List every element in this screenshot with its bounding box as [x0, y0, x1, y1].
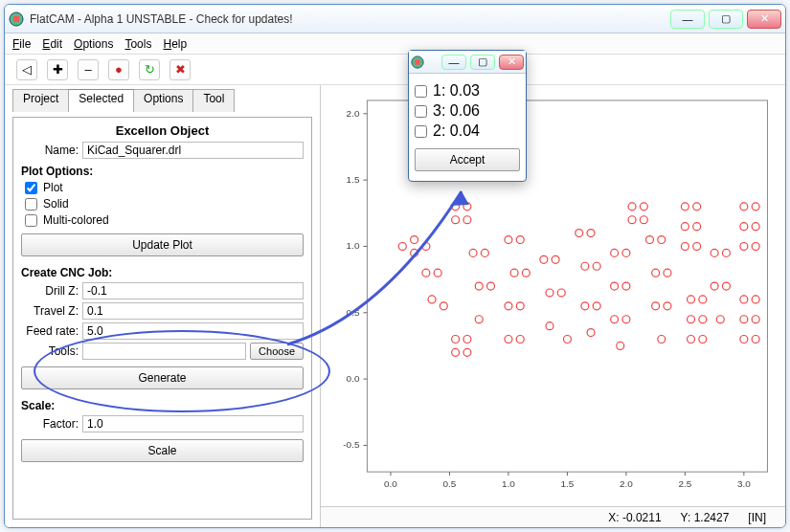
svg-text:3.0: 3.0 — [737, 478, 751, 489]
name-input[interactable] — [82, 142, 304, 159]
svg-text:0.5: 0.5 — [347, 307, 360, 318]
menu-edit[interactable]: Edit — [42, 37, 62, 51]
svg-point-50 — [505, 236, 512, 244]
tool-chooser-popup: — ▢ ✕ 1: 0.03 3: 0.06 2: 0.04 Accept — [408, 50, 527, 182]
svg-point-91 — [681, 223, 688, 231]
svg-point-62 — [546, 322, 553, 330]
panel-tabs: Project Selected Options Tool — [12, 89, 312, 112]
svg-point-71 — [611, 249, 619, 256]
svg-point-33 — [422, 269, 430, 277]
tools-input[interactable] — [82, 343, 246, 360]
toolbar: ◁ ✚ – ● ↻ ✖ — [5, 55, 785, 85]
svg-point-55 — [516, 302, 524, 310]
svg-point-64 — [576, 230, 583, 237]
tool-option-3-checkbox[interactable] — [415, 125, 427, 138]
svg-point-98 — [699, 316, 707, 323]
svg-point-95 — [688, 296, 695, 303]
name-label: Name: — [21, 144, 79, 157]
minimize-button[interactable]: — — [670, 10, 705, 29]
tab-tool[interactable]: Tool — [192, 89, 235, 112]
solid-checkbox[interactable] — [25, 198, 37, 211]
svg-text:1.5: 1.5 — [347, 174, 360, 185]
svg-text:0.0: 0.0 — [347, 373, 360, 384]
svg-point-114 — [740, 316, 748, 323]
nav-back-button[interactable]: ◁ — [16, 59, 37, 80]
clear-button[interactable]: ✖ — [169, 59, 191, 80]
tools-label: Tools: — [21, 344, 79, 358]
menu-tools[interactable]: Tools — [124, 37, 151, 51]
tab-project[interactable]: Project — [12, 89, 69, 112]
svg-point-84 — [652, 269, 660, 277]
svg-point-94 — [693, 242, 701, 250]
tab-selected[interactable]: Selected — [68, 89, 134, 112]
svg-point-97 — [688, 316, 695, 323]
travelz-label: Travel Z: — [21, 304, 79, 318]
plot-checkbox[interactable] — [25, 182, 37, 194]
svg-point-72 — [622, 249, 630, 256]
redo-button[interactable]: ↻ — [139, 59, 160, 80]
svg-point-38 — [452, 348, 460, 356]
statusbar: X: -0.0211 Y: 1.2427 [IN] — [321, 506, 785, 527]
svg-point-74 — [622, 282, 630, 290]
scale-button[interactable]: Scale — [21, 439, 304, 462]
svg-text:0.5: 0.5 — [443, 478, 457, 489]
maximize-button[interactable]: ▢ — [709, 10, 743, 29]
svg-point-60 — [546, 289, 553, 297]
svg-point-111 — [752, 242, 759, 250]
selected-panel: Excellon Object Name: Plot Options: Plot… — [12, 117, 312, 520]
status-units: [IN] — [748, 511, 766, 524]
close-button[interactable]: ✕ — [747, 10, 781, 29]
zoom-out-button[interactable]: – — [78, 59, 99, 80]
menu-help[interactable]: Help — [163, 37, 187, 51]
svg-point-102 — [722, 249, 730, 256]
svg-point-79 — [640, 203, 647, 211]
choose-button[interactable]: Choose — [250, 343, 304, 360]
menu-options[interactable]: Options — [74, 37, 113, 51]
svg-point-67 — [593, 262, 600, 270]
svg-point-90 — [693, 203, 701, 211]
zoom-in-button[interactable]: ✚ — [47, 59, 68, 80]
stop-button[interactable]: ● — [108, 59, 129, 80]
scatter-plot-svg: 0.00.51.01.52.02.53.0-0.50.00.51.01.52.0 — [327, 91, 779, 500]
drillz-input[interactable] — [82, 282, 304, 299]
svg-point-96 — [699, 296, 707, 303]
svg-point-107 — [752, 203, 759, 211]
svg-rect-120 — [415, 59, 419, 64]
window-title: FlatCAM - Alpha 1 UNSTABLE - Check for u… — [30, 12, 670, 26]
svg-point-117 — [752, 336, 759, 344]
tool-option-2-checkbox[interactable] — [415, 105, 427, 118]
svg-point-40 — [463, 348, 471, 356]
svg-point-52 — [510, 269, 518, 277]
svg-point-82 — [646, 236, 654, 244]
svg-point-36 — [440, 302, 447, 310]
update-plot-button[interactable]: Update Plot — [21, 233, 304, 256]
accept-button[interactable]: Accept — [415, 148, 520, 171]
svg-point-47 — [475, 282, 483, 290]
popup-maximize-button[interactable]: ▢ — [470, 55, 495, 70]
svg-point-39 — [463, 336, 471, 344]
factor-input[interactable] — [82, 415, 304, 432]
multicolored-checkbox[interactable] — [25, 214, 37, 227]
tool-option-1-checkbox[interactable] — [415, 85, 427, 98]
svg-point-53 — [522, 269, 530, 277]
svg-text:2.5: 2.5 — [678, 478, 691, 489]
popup-minimize-button[interactable]: — — [441, 55, 466, 70]
svg-point-63 — [563, 336, 571, 344]
menu-file[interactable]: File — [12, 37, 31, 51]
generate-button[interactable]: Generate — [21, 366, 304, 389]
svg-point-116 — [740, 336, 748, 344]
svg-point-88 — [658, 336, 666, 344]
travelz-input[interactable] — [82, 302, 304, 320]
main-window: FlatCAM - Alpha 1 UNSTABLE - Check for u… — [4, 4, 786, 528]
right-panel: 0.00.51.01.52.02.53.0-0.50.00.51.01.52.0… — [321, 85, 785, 527]
svg-point-113 — [752, 296, 759, 303]
svg-point-101 — [711, 249, 718, 256]
svg-point-41 — [452, 203, 460, 211]
feedrate-input[interactable] — [82, 322, 304, 340]
svg-point-100 — [699, 336, 707, 344]
plot-canvas[interactable]: 0.00.51.01.52.02.53.0-0.50.00.51.01.52.0 — [327, 91, 779, 500]
popup-close-button[interactable]: ✕ — [499, 55, 524, 70]
svg-point-78 — [628, 203, 636, 211]
status-y-value: 1.2427 — [694, 511, 730, 524]
tab-options[interactable]: Options — [133, 89, 193, 112]
